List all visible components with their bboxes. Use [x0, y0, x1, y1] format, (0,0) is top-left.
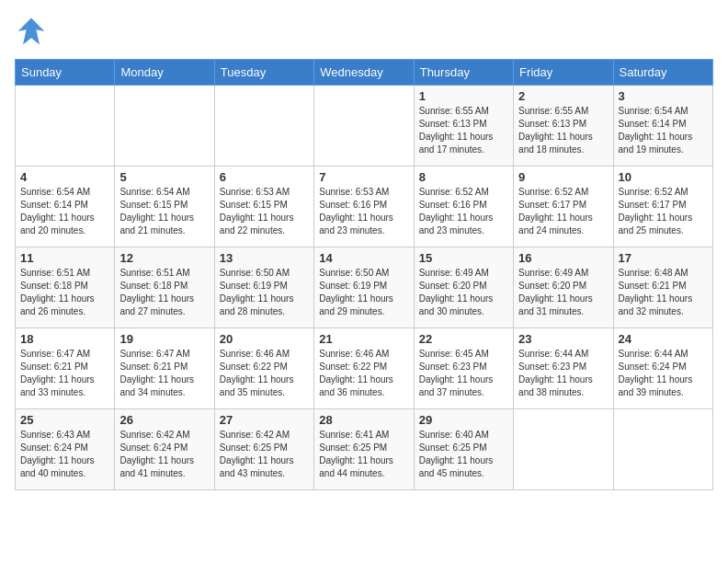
day-info: Sunrise: 6:47 AMSunset: 6:21 PMDaylight:… — [20, 348, 109, 399]
calendar-cell — [115, 86, 214, 167]
day-info: Sunrise: 6:49 AMSunset: 6:20 PMDaylight:… — [419, 267, 508, 318]
calendar-cell: 11Sunrise: 6:51 AMSunset: 6:18 PMDayligh… — [16, 247, 115, 328]
day-info: Sunrise: 6:54 AMSunset: 6:15 PMDaylight:… — [119, 186, 209, 237]
day-header-tuesday: Tuesday — [214, 60, 313, 86]
day-number: 11 — [20, 251, 109, 265]
calendar-cell — [514, 409, 613, 490]
day-info: Sunrise: 6:51 AMSunset: 6:18 PMDaylight:… — [119, 267, 209, 318]
calendar-cell: 8Sunrise: 6:52 AMSunset: 6:16 PMDaylight… — [414, 167, 513, 247]
calendar-header-row: SundayMondayTuesdayWednesdayThursdayFrid… — [16, 60, 713, 86]
day-info: Sunrise: 6:45 AMSunset: 6:23 PMDaylight:… — [419, 348, 508, 399]
day-info: Sunrise: 6:53 AMSunset: 6:15 PMDaylight:… — [220, 186, 309, 237]
day-number: 26 — [119, 413, 209, 427]
calendar-cell: 20Sunrise: 6:46 AMSunset: 6:22 PMDayligh… — [214, 328, 313, 409]
logo — [15, 15, 51, 48]
svg-marker-0 — [18, 18, 45, 45]
calendar-cell: 17Sunrise: 6:48 AMSunset: 6:21 PMDayligh… — [613, 247, 712, 328]
calendar-cell: 7Sunrise: 6:53 AMSunset: 6:16 PMDaylight… — [314, 167, 414, 247]
calendar-week-row: 25Sunrise: 6:43 AMSunset: 6:24 PMDayligh… — [16, 409, 713, 490]
day-number: 16 — [518, 251, 608, 265]
day-header-thursday: Thursday — [414, 60, 513, 86]
calendar-cell: 15Sunrise: 6:49 AMSunset: 6:20 PMDayligh… — [414, 247, 513, 328]
day-info: Sunrise: 6:42 AMSunset: 6:24 PMDaylight:… — [119, 429, 209, 480]
day-number: 12 — [119, 251, 209, 265]
day-number: 23 — [518, 332, 608, 346]
day-number: 5 — [119, 170, 209, 184]
day-number: 10 — [619, 170, 708, 184]
day-info: Sunrise: 6:41 AMSunset: 6:25 PMDaylight:… — [319, 429, 408, 480]
day-number: 18 — [20, 332, 109, 346]
day-header-wednesday: Wednesday — [314, 60, 414, 86]
calendar-cell: 21Sunrise: 6:46 AMSunset: 6:22 PMDayligh… — [314, 328, 414, 409]
calendar-table: SundayMondayTuesdayWednesdayThursdayFrid… — [15, 59, 713, 490]
day-number: 22 — [419, 332, 508, 346]
day-info: Sunrise: 6:44 AMSunset: 6:23 PMDaylight:… — [518, 348, 608, 399]
day-number: 15 — [419, 251, 508, 265]
day-info: Sunrise: 6:40 AMSunset: 6:25 PMDaylight:… — [419, 429, 508, 480]
day-info: Sunrise: 6:55 AMSunset: 6:13 PMDaylight:… — [518, 105, 608, 156]
calendar-cell: 16Sunrise: 6:49 AMSunset: 6:20 PMDayligh… — [514, 247, 613, 328]
calendar-cell: 6Sunrise: 6:53 AMSunset: 6:15 PMDaylight… — [214, 167, 313, 247]
day-info: Sunrise: 6:44 AMSunset: 6:24 PMDaylight:… — [619, 348, 708, 399]
calendar-cell: 1Sunrise: 6:55 AMSunset: 6:13 PMDaylight… — [414, 86, 513, 167]
day-info: Sunrise: 6:46 AMSunset: 6:22 PMDaylight:… — [220, 348, 309, 399]
day-info: Sunrise: 6:46 AMSunset: 6:22 PMDaylight:… — [319, 348, 408, 399]
day-info: Sunrise: 6:55 AMSunset: 6:13 PMDaylight:… — [419, 105, 508, 156]
calendar-cell: 26Sunrise: 6:42 AMSunset: 6:24 PMDayligh… — [115, 409, 214, 490]
calendar-week-row: 11Sunrise: 6:51 AMSunset: 6:18 PMDayligh… — [16, 247, 713, 328]
day-number: 7 — [319, 170, 408, 184]
calendar-cell: 9Sunrise: 6:52 AMSunset: 6:17 PMDaylight… — [514, 167, 613, 247]
day-header-sunday: Sunday — [16, 60, 115, 86]
calendar-cell: 3Sunrise: 6:54 AMSunset: 6:14 PMDaylight… — [613, 86, 712, 167]
day-info: Sunrise: 6:43 AMSunset: 6:24 PMDaylight:… — [20, 429, 109, 480]
calendar-cell — [314, 86, 414, 167]
calendar-cell: 22Sunrise: 6:45 AMSunset: 6:23 PMDayligh… — [414, 328, 513, 409]
calendar-cell: 29Sunrise: 6:40 AMSunset: 6:25 PMDayligh… — [414, 409, 513, 490]
day-header-monday: Monday — [115, 60, 214, 86]
day-number: 19 — [119, 332, 209, 346]
calendar-week-row: 1Sunrise: 6:55 AMSunset: 6:13 PMDaylight… — [16, 86, 713, 167]
day-number: 29 — [419, 413, 508, 427]
day-number: 9 — [518, 170, 608, 184]
calendar-cell: 5Sunrise: 6:54 AMSunset: 6:15 PMDaylight… — [115, 167, 214, 247]
calendar-cell — [16, 86, 115, 167]
calendar-cell — [613, 409, 712, 490]
day-number: 6 — [220, 170, 309, 184]
day-number: 2 — [518, 89, 608, 103]
day-info: Sunrise: 6:48 AMSunset: 6:21 PMDaylight:… — [619, 267, 708, 318]
day-info: Sunrise: 6:49 AMSunset: 6:20 PMDaylight:… — [518, 267, 608, 318]
calendar-week-row: 18Sunrise: 6:47 AMSunset: 6:21 PMDayligh… — [16, 328, 713, 409]
calendar-cell: 14Sunrise: 6:50 AMSunset: 6:19 PMDayligh… — [314, 247, 414, 328]
logo-icon — [15, 15, 48, 48]
calendar-cell: 23Sunrise: 6:44 AMSunset: 6:23 PMDayligh… — [514, 328, 613, 409]
day-info: Sunrise: 6:52 AMSunset: 6:17 PMDaylight:… — [619, 186, 708, 237]
calendar-cell: 25Sunrise: 6:43 AMSunset: 6:24 PMDayligh… — [16, 409, 115, 490]
calendar-cell: 13Sunrise: 6:50 AMSunset: 6:19 PMDayligh… — [214, 247, 313, 328]
day-info: Sunrise: 6:53 AMSunset: 6:16 PMDaylight:… — [319, 186, 408, 237]
day-info: Sunrise: 6:47 AMSunset: 6:21 PMDaylight:… — [119, 348, 209, 399]
day-number: 4 — [20, 170, 109, 184]
day-header-friday: Friday — [514, 60, 613, 86]
calendar-cell: 19Sunrise: 6:47 AMSunset: 6:21 PMDayligh… — [115, 328, 214, 409]
calendar-cell: 24Sunrise: 6:44 AMSunset: 6:24 PMDayligh… — [613, 328, 712, 409]
day-number: 24 — [619, 332, 708, 346]
day-header-saturday: Saturday — [613, 60, 712, 86]
day-info: Sunrise: 6:52 AMSunset: 6:16 PMDaylight:… — [419, 186, 508, 237]
day-info: Sunrise: 6:42 AMSunset: 6:25 PMDaylight:… — [220, 429, 309, 480]
calendar-cell: 18Sunrise: 6:47 AMSunset: 6:21 PMDayligh… — [16, 328, 115, 409]
day-number: 20 — [220, 332, 309, 346]
day-info: Sunrise: 6:54 AMSunset: 6:14 PMDaylight:… — [20, 186, 109, 237]
day-number: 21 — [319, 332, 408, 346]
day-number: 3 — [619, 89, 708, 103]
day-number: 28 — [319, 413, 408, 427]
day-info: Sunrise: 6:54 AMSunset: 6:14 PMDaylight:… — [619, 105, 708, 156]
day-info: Sunrise: 6:50 AMSunset: 6:19 PMDaylight:… — [220, 267, 309, 318]
calendar-cell: 2Sunrise: 6:55 AMSunset: 6:13 PMDaylight… — [514, 86, 613, 167]
calendar-cell: 4Sunrise: 6:54 AMSunset: 6:14 PMDaylight… — [16, 167, 115, 247]
day-info: Sunrise: 6:50 AMSunset: 6:19 PMDaylight:… — [319, 267, 408, 318]
day-number: 1 — [419, 89, 508, 103]
calendar-cell: 12Sunrise: 6:51 AMSunset: 6:18 PMDayligh… — [115, 247, 214, 328]
calendar-cell: 28Sunrise: 6:41 AMSunset: 6:25 PMDayligh… — [314, 409, 414, 490]
calendar-week-row: 4Sunrise: 6:54 AMSunset: 6:14 PMDaylight… — [16, 167, 713, 247]
day-number: 17 — [619, 251, 708, 265]
